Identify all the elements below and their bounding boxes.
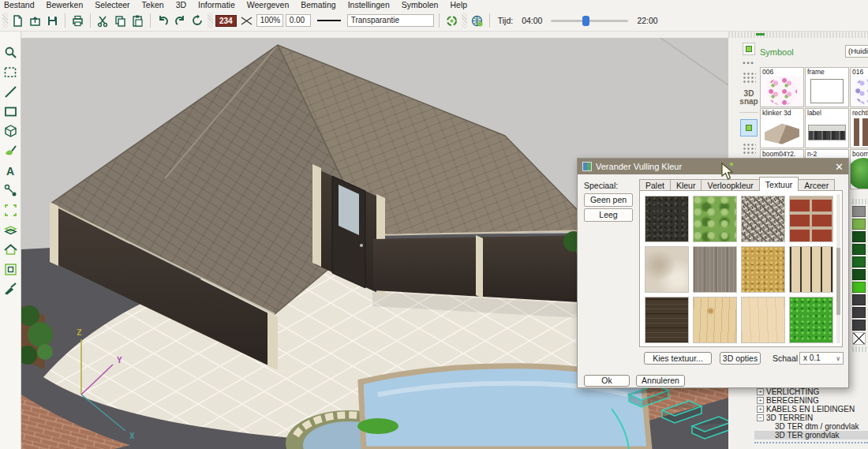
cut-icon[interactable]: [95, 13, 110, 28]
time-slider-track[interactable]: [551, 20, 628, 22]
color-swatch-5[interactable]: [852, 269, 866, 280]
tab-palet[interactable]: Palet: [639, 179, 671, 191]
transparency-dropdown[interactable]: Transparantie: [347, 14, 434, 27]
color-swatch-0[interactable]: [852, 206, 866, 217]
tool-layers-icon[interactable]: [2, 222, 18, 238]
texture-swatch-grind[interactable]: [741, 196, 785, 242]
tool-select-icon[interactable]: [2, 64, 18, 80]
texture-swatch-asfalt[interactable]: [645, 196, 689, 242]
menu-item-selecteer[interactable]: Selecteer: [95, 0, 129, 10]
menu-item-informatie[interactable]: Informatie: [198, 0, 235, 10]
symbol-card-016[interactable]: 016: [850, 67, 868, 107]
expand-icon[interactable]: +: [757, 406, 764, 413]
panel-collapse-icon[interactable]: [756, 33, 765, 36]
pen-number-badge[interactable]: 234: [215, 15, 237, 27]
menu-item-instellingen[interactable]: Instellingen: [348, 0, 390, 10]
choose-texture-button[interactable]: Kies textuur...: [644, 352, 712, 365]
tool-area-icon[interactable]: [2, 202, 18, 218]
close-icon[interactable]: ✕: [835, 162, 844, 172]
texture-swatch-zand[interactable]: [741, 246, 785, 293]
tool-zoom-icon[interactable]: [2, 44, 18, 60]
time-slider[interactable]: [551, 15, 628, 26]
menu-item-3d[interactable]: 3D: [176, 0, 186, 10]
symbol-card-klinker-3d[interactable]: klinker 3d: [760, 108, 804, 148]
line-style-sample[interactable]: [317, 20, 341, 21]
color-swatch-3[interactable]: [852, 244, 866, 255]
collapse-icon[interactable]: −: [757, 414, 764, 421]
open-file-icon[interactable]: [28, 13, 43, 28]
scale-dropdown[interactable]: x 0.1: [799, 352, 844, 365]
color-swatch-2[interactable]: [852, 231, 866, 242]
texture-swatch-travertijn[interactable]: [645, 246, 689, 293]
tree-item-3d-ter-grondvlak[interactable]: 3D TER grondvlak: [754, 431, 868, 440]
toolbar-grip[interactable]: [462, 13, 467, 28]
tool-knife-icon[interactable]: [2, 281, 18, 297]
copy-icon[interactable]: [113, 13, 128, 28]
menu-item-teken[interactable]: Teken: [142, 0, 164, 10]
snap-mode-active-button[interactable]: [740, 119, 758, 137]
tree-item-beregening[interactable]: +BEREGENING: [754, 396, 868, 405]
toolbar-grip[interactable]: [208, 13, 213, 28]
tool-roof-icon[interactable]: [2, 241, 18, 257]
tool-frame-select-icon[interactable]: [2, 261, 18, 277]
symbol-card-frame[interactable]: frame: [805, 67, 849, 107]
tree-item-verlichting[interactable]: +VERLICHTING: [754, 387, 868, 396]
toolbar-grip[interactable]: [2, 13, 8, 28]
texture-swatch-baksteen[interactable]: [789, 196, 833, 242]
paste-icon[interactable]: [130, 13, 145, 28]
no-color-swatch[interactable]: [852, 332, 866, 345]
refresh-icon[interactable]: [190, 13, 205, 28]
tab-kleur[interactable]: Kleur: [670, 179, 702, 191]
undo-icon[interactable]: [155, 13, 170, 28]
more-dots-icon[interactable]: •••: [743, 62, 754, 65]
recycle-icon[interactable]: [444, 13, 459, 28]
no-fill-icon[interactable]: [239, 13, 254, 28]
menu-item-bemating[interactable]: Bemating: [301, 0, 335, 10]
save-icon[interactable]: [45, 13, 60, 28]
tree-item-kabels-en-leidingen[interactable]: +KABELS EN LEIDINGEN: [754, 405, 868, 413]
menu-item-help[interactable]: Help: [450, 0, 467, 10]
tool-text-icon[interactable]: A: [2, 163, 18, 178]
symbol-card-rechth03[interactable]: rechth03: [850, 108, 868, 148]
time-slider-thumb[interactable]: [582, 16, 589, 26]
tab-verloopkleur[interactable]: Verloopkleur: [701, 179, 759, 191]
symbol-card-boom3[interactable]: boom3: [850, 149, 868, 189]
texture-swatch-multiplex[interactable]: [741, 297, 785, 343]
tree-item-3d-ter-dtm-grondvlak[interactable]: 3D TER dtm / grondvlak: [754, 422, 868, 431]
symbol-card-label[interactable]: label: [805, 108, 849, 148]
panel-drag-handle[interactable]: [728, 32, 868, 38]
tab-textuur[interactable]: Textuur: [759, 177, 799, 191]
tool-fill-icon[interactable]: [2, 143, 18, 159]
tab-arceer[interactable]: Arceer: [798, 179, 835, 191]
3d-options-button[interactable]: 3D opties: [720, 352, 761, 365]
color-swatch-7[interactable]: [852, 294, 866, 305]
ok-button[interactable]: Ok: [584, 375, 630, 387]
new-file-icon[interactable]: [10, 13, 25, 28]
current-symbol-dropdown[interactable]: (Huidig: [845, 45, 868, 58]
tool-box-3d-icon[interactable]: [2, 123, 18, 139]
texture-swatch-vuren[interactable]: [693, 297, 737, 343]
scrollbar-thumb[interactable]: [836, 248, 840, 315]
tool-line-icon[interactable]: [2, 84, 18, 99]
texture-swatch-hout-donker[interactable]: [645, 297, 689, 343]
expand-icon[interactable]: +: [757, 388, 764, 395]
texture-swatch-gras[interactable]: [789, 297, 833, 343]
zoom-field[interactable]: 100%: [256, 14, 283, 27]
menu-item-symbolen[interactable]: Symbolen: [402, 0, 439, 10]
print-icon[interactable]: [70, 13, 85, 28]
angle-field[interactable]: 0.00: [286, 14, 311, 27]
cancel-button[interactable]: Annuleren: [636, 375, 685, 387]
texture-swatch-hout-latten[interactable]: [789, 246, 833, 293]
add-symbol-button[interactable]: [743, 43, 755, 55]
texture-swatch-hout-grijs[interactable]: [693, 246, 737, 293]
grid-snap-icon-2[interactable]: [743, 143, 756, 155]
tool-rectangle-icon[interactable]: [2, 103, 18, 119]
menu-item-weergeven[interactable]: Weergeven: [247, 0, 290, 10]
texture-scrollbar[interactable]: [836, 194, 840, 343]
color-swatch-9[interactable]: [852, 320, 866, 331]
dialog-titlebar[interactable]: Verander Vulling Kleur ✕: [578, 159, 848, 174]
color-swatch-6[interactable]: [852, 282, 866, 293]
tool-node-edit-icon[interactable]: [2, 182, 18, 198]
color-swatch-4[interactable]: [852, 256, 866, 268]
symbol-card-006[interactable]: 006: [760, 67, 804, 107]
